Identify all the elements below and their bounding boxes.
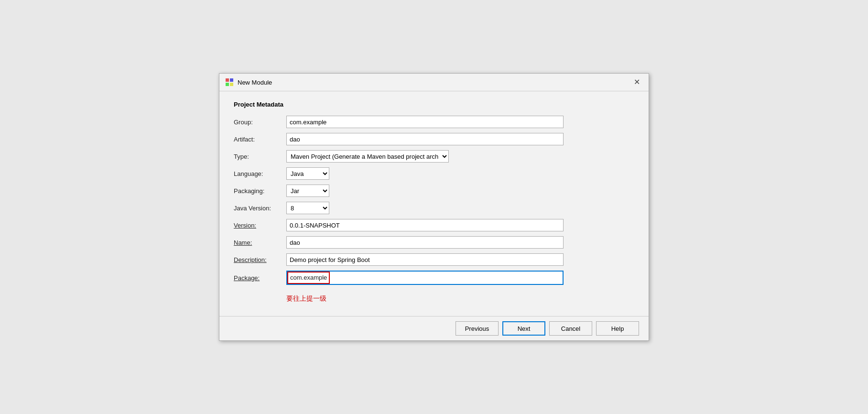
title-bar: New Module ✕ xyxy=(219,74,649,91)
name-label: Name: xyxy=(234,239,286,246)
annotation-text: 要往上提一级 xyxy=(286,294,634,303)
package-input-wrapper: com.example xyxy=(286,271,564,285)
packaging-row: Packaging: Jar xyxy=(234,185,634,197)
type-row: Type: Maven Project (Generate a Maven ba… xyxy=(234,150,634,163)
name-row: Name: xyxy=(234,236,634,249)
close-button[interactable]: ✕ xyxy=(631,77,643,87)
version-label: Version: xyxy=(234,222,286,229)
java-version-row: Java Version: 8 xyxy=(234,202,634,214)
section-heading: Project Metadata xyxy=(234,101,634,108)
group-input[interactable] xyxy=(286,116,564,128)
name-input[interactable] xyxy=(286,236,564,249)
dialog-footer: Previous Next Cancel Help xyxy=(219,316,649,340)
language-row: Language: Java xyxy=(234,167,634,180)
version-row: Version: xyxy=(234,219,634,231)
dialog-content: Project Metadata Group: Artifact: Type: … xyxy=(219,91,649,316)
group-label: Group: xyxy=(234,119,286,126)
language-label: Language: xyxy=(234,170,286,177)
next-button[interactable]: Next xyxy=(502,321,545,336)
artifact-row: Artifact: xyxy=(234,133,634,145)
description-input[interactable] xyxy=(286,253,564,266)
description-label: Description: xyxy=(234,256,286,263)
package-highlighted-part: com.example xyxy=(287,272,330,284)
new-module-dialog: New Module ✕ Project Metadata Group: Art… xyxy=(219,73,649,341)
previous-button[interactable]: Previous xyxy=(456,321,499,336)
artifact-label: Artifact: xyxy=(234,136,286,143)
java-version-label: Java Version: xyxy=(234,205,286,212)
svg-rect-2 xyxy=(226,83,229,86)
title-bar-left: New Module xyxy=(225,78,272,87)
type-label: Type: xyxy=(234,153,286,160)
group-row: Group: xyxy=(234,116,634,128)
package-row: Package: com.example xyxy=(234,271,634,285)
package-input[interactable] xyxy=(330,272,563,284)
dialog-title: New Module xyxy=(238,79,272,86)
cancel-button[interactable]: Cancel xyxy=(549,321,592,336)
svg-rect-3 xyxy=(230,83,233,86)
package-label: Package: xyxy=(234,274,286,282)
packaging-label: Packaging: xyxy=(234,187,286,195)
java-version-select[interactable]: 8 xyxy=(286,202,329,214)
version-input[interactable] xyxy=(286,219,564,231)
description-row: Description: xyxy=(234,253,634,266)
help-button[interactable]: Help xyxy=(596,321,639,336)
type-select[interactable]: Maven Project (Generate a Maven based pr… xyxy=(286,150,449,163)
packaging-select[interactable]: Jar xyxy=(286,185,329,197)
svg-rect-1 xyxy=(230,78,233,82)
language-select[interactable]: Java xyxy=(286,167,329,180)
svg-rect-0 xyxy=(226,78,229,82)
artifact-input[interactable] xyxy=(286,133,564,145)
app-icon xyxy=(225,78,234,87)
